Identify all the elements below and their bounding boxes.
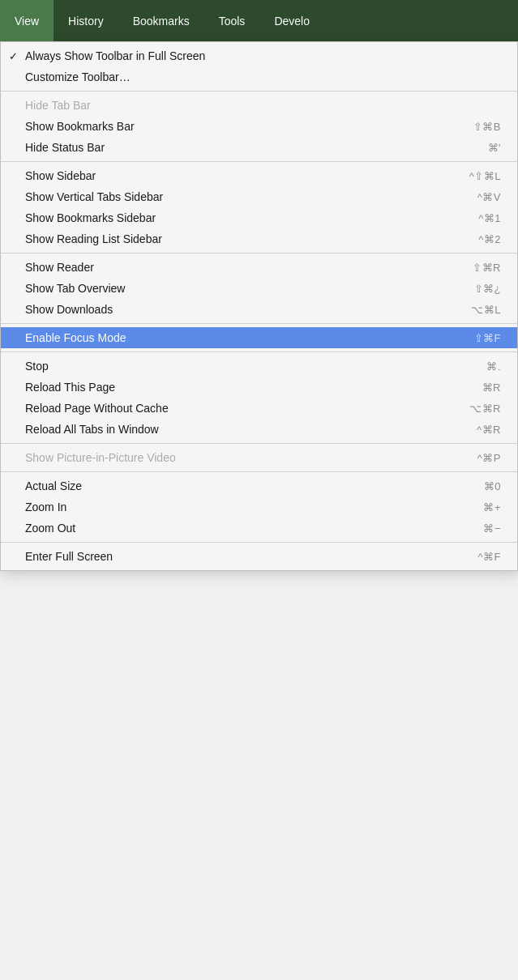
menu-item-hide-status-bar[interactable]: Hide Status Bar⌘' bbox=[1, 137, 517, 158]
menu-item-zoom-out[interactable]: Zoom Out⌘− bbox=[1, 518, 517, 539]
menu-item-label-reload-all-tabs: Reload All Tabs in Window bbox=[25, 423, 159, 436]
menu-item-show-vertical-tabs-sidebar[interactable]: Show Vertical Tabs Sidebar^⌘V bbox=[1, 186, 517, 207]
menu-item-label-show-bookmarks-sidebar: Show Bookmarks Sidebar bbox=[25, 211, 156, 224]
menu-item-label-enter-full-screen: Enter Full Screen bbox=[25, 550, 113, 563]
menu-item-label-enable-focus-mode: Enable Focus Mode bbox=[25, 331, 126, 344]
menu-item-shortcut-show-pip-video: ^⌘P bbox=[477, 452, 501, 464]
menu-item-label-show-pip-video: Show Picture-in-Picture Video bbox=[25, 451, 176, 464]
menu-item-label-show-bookmarks-bar: Show Bookmarks Bar bbox=[25, 120, 135, 133]
menu-bar-item-view[interactable]: View bbox=[0, 0, 54, 41]
menu-item-shortcut-show-sidebar: ^⇧⌘L bbox=[469, 170, 501, 182]
menu-item-reload-this-page[interactable]: Reload This Page⌘R bbox=[1, 377, 517, 398]
menu-item-shortcut-actual-size: ⌘0 bbox=[484, 480, 501, 492]
menu-item-label-show-downloads: Show Downloads bbox=[25, 303, 113, 316]
menu-item-label-zoom-in: Zoom In bbox=[25, 501, 66, 513]
menu-item-shortcut-zoom-in: ⌘+ bbox=[483, 501, 501, 513]
menu-section-section-1: Always Show Toolbar in Full ScreenCustom… bbox=[1, 42, 517, 92]
menu-item-shortcut-show-reading-list-sidebar: ^⌘2 bbox=[478, 233, 501, 245]
menu-item-label-zoom-out: Zoom Out bbox=[25, 522, 75, 535]
menu-item-shortcut-show-reader: ⇧⌘R bbox=[473, 262, 501, 274]
menu-item-always-show-toolbar[interactable]: Always Show Toolbar in Full Screen bbox=[1, 45, 517, 66]
menu-section-section-9: Enter Full Screen^⌘F bbox=[1, 543, 517, 570]
menu-item-hide-tab-bar: Hide Tab Bar bbox=[1, 95, 517, 116]
menu-bar-item-tools[interactable]: Tools bbox=[204, 0, 260, 41]
menu-item-shortcut-reload-this-page: ⌘R bbox=[482, 381, 501, 394]
menu-item-label-reload-without-cache: Reload Page Without Cache bbox=[25, 402, 169, 415]
menu-bar-item-bookmarks[interactable]: Bookmarks bbox=[118, 0, 204, 41]
menu-item-stop[interactable]: Stop⌘. bbox=[1, 356, 517, 377]
menu-item-show-downloads[interactable]: Show Downloads⌥⌘L bbox=[1, 299, 517, 320]
menu-item-shortcut-enable-focus-mode: ⇧⌘F bbox=[474, 332, 501, 344]
menu-item-shortcut-enter-full-screen: ^⌘F bbox=[477, 551, 501, 563]
menu-item-label-stop: Stop bbox=[25, 360, 49, 373]
menu-bar-item-history[interactable]: History bbox=[54, 0, 118, 41]
menu-item-label-actual-size: Actual Size bbox=[25, 479, 82, 492]
menu-item-shortcut-show-downloads: ⌥⌘L bbox=[471, 304, 501, 316]
menu-item-label-show-reader: Show Reader bbox=[25, 261, 94, 274]
menu-item-enter-full-screen[interactable]: Enter Full Screen^⌘F bbox=[1, 546, 517, 567]
menu-item-show-bookmarks-bar[interactable]: Show Bookmarks Bar⇧⌘B bbox=[1, 116, 517, 137]
menu-item-shortcut-reload-without-cache: ⌥⌘R bbox=[469, 403, 501, 415]
menu-item-shortcut-show-bookmarks-sidebar: ^⌘1 bbox=[478, 212, 501, 224]
menu-item-label-hide-tab-bar: Hide Tab Bar bbox=[25, 99, 91, 112]
menu-bar-item-develop[interactable]: Develo bbox=[259, 0, 324, 41]
menu-item-shortcut-show-bookmarks-bar: ⇧⌘B bbox=[473, 121, 501, 133]
menu-section-section-2: Hide Tab BarShow Bookmarks Bar⇧⌘BHide St… bbox=[1, 92, 517, 162]
menu-item-zoom-in[interactable]: Zoom In⌘+ bbox=[1, 496, 517, 518]
menu-section-section-4: Show Reader⇧⌘RShow Tab Overview⇧⌘¿Show D… bbox=[1, 254, 517, 324]
menu-item-show-pip-video: Show Picture-in-Picture Video^⌘P bbox=[1, 447, 517, 468]
menu-item-shortcut-show-tab-overview: ⇧⌘¿ bbox=[474, 283, 501, 295]
menu-item-label-customize-toolbar: Customize Toolbar… bbox=[25, 70, 131, 83]
menu-item-shortcut-reload-all-tabs: ^⌘R bbox=[477, 424, 501, 436]
menu-item-label-show-reading-list-sidebar: Show Reading List Sidebar bbox=[25, 232, 162, 245]
menu-item-enable-focus-mode[interactable]: Enable Focus Mode⇧⌘F bbox=[1, 327, 517, 348]
menu-item-shortcut-hide-status-bar: ⌘' bbox=[488, 142, 501, 154]
menu-item-shortcut-zoom-out: ⌘− bbox=[483, 522, 501, 535]
menu-section-section-6: Stop⌘.Reload This Page⌘RReload Page With… bbox=[1, 352, 517, 444]
menu-item-label-show-vertical-tabs-sidebar: Show Vertical Tabs Sidebar bbox=[25, 190, 163, 203]
menu-item-show-tab-overview[interactable]: Show Tab Overview⇧⌘¿ bbox=[1, 278, 517, 299]
menu-item-reload-all-tabs[interactable]: Reload All Tabs in Window^⌘R bbox=[1, 419, 517, 440]
menu-item-actual-size[interactable]: Actual Size⌘0 bbox=[1, 475, 517, 496]
menu-section-section-7: Show Picture-in-Picture Video^⌘P bbox=[1, 444, 517, 472]
menu-item-shortcut-stop: ⌘. bbox=[486, 360, 501, 373]
menu-item-customize-toolbar[interactable]: Customize Toolbar… bbox=[1, 66, 517, 87]
view-dropdown-menu: Always Show Toolbar in Full ScreenCustom… bbox=[0, 41, 518, 571]
menu-item-label-show-tab-overview: Show Tab Overview bbox=[25, 282, 125, 295]
menu-item-reload-without-cache[interactable]: Reload Page Without Cache⌥⌘R bbox=[1, 398, 517, 419]
menu-section-section-5: Enable Focus Mode⇧⌘F bbox=[1, 324, 517, 352]
menu-item-show-reading-list-sidebar[interactable]: Show Reading List Sidebar^⌘2 bbox=[1, 228, 517, 249]
menu-section-section-8: Actual Size⌘0Zoom In⌘+Zoom Out⌘− bbox=[1, 472, 517, 543]
menu-item-show-bookmarks-sidebar[interactable]: Show Bookmarks Sidebar^⌘1 bbox=[1, 207, 517, 228]
menu-item-label-always-show-toolbar: Always Show Toolbar in Full Screen bbox=[25, 49, 205, 62]
menu-item-label-reload-this-page: Reload This Page bbox=[25, 381, 115, 394]
menu-bar: View History Bookmarks Tools Develo bbox=[0, 0, 518, 41]
menu-item-show-sidebar[interactable]: Show Sidebar^⇧⌘L bbox=[1, 165, 517, 186]
menu-item-show-reader[interactable]: Show Reader⇧⌘R bbox=[1, 257, 517, 278]
menu-item-label-show-sidebar: Show Sidebar bbox=[25, 169, 96, 182]
menu-section-section-3: Show Sidebar^⇧⌘LShow Vertical Tabs Sideb… bbox=[1, 162, 517, 254]
menu-item-shortcut-show-vertical-tabs-sidebar: ^⌘V bbox=[477, 191, 501, 203]
menu-item-label-hide-status-bar: Hide Status Bar bbox=[25, 141, 105, 154]
